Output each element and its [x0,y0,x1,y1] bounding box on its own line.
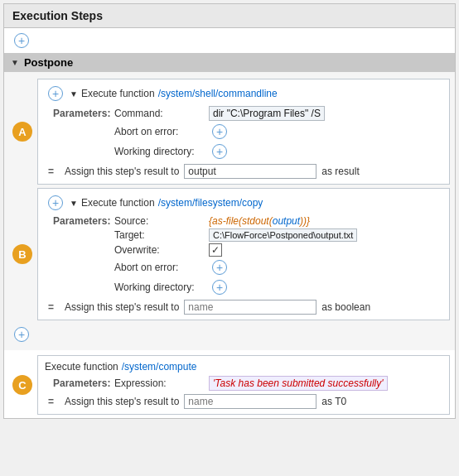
step-c-badge: C [12,375,32,395]
step-c: Execute function /system/compute Paramet… [37,355,450,415]
step-b-result-prefix: Assign this step's result to [65,301,179,313]
step-b-badge: B [12,244,32,264]
step-b-func-path[interactable]: /system/filesystem/copy [158,197,263,209]
step-b-workdir-key: Working directory: [114,281,205,293]
panel-title: Execution Steps [12,9,103,22]
step-a-equals: = [48,166,60,177]
step-b-params: Parameters: Source: {as-file(stdout(outp… [53,215,442,296]
section-header: Postpone [4,53,455,72]
section-body: A + Execute function /system/shell/comma… [4,72,455,350]
section-label: Postpone [24,56,73,69]
step-b-source-value[interactable]: {as-file(stdout(output))} [209,215,310,227]
step-a-params-label: Parameters: [53,108,111,119]
step-b-source-row: Parameters: Source: {as-file(stdout(outp… [53,215,442,227]
step-a-params-label-row: Parameters: Command: dir "C:\Program Fil… [53,106,442,121]
step-b-abort-key: Abort on error: [114,262,205,273]
step-c-result-prefix: Assign this step's result to [65,396,179,407]
step-a-abort-row: Abort on error: + [53,123,442,141]
step-a-result-suffix: as result [321,166,359,177]
step-a-workdir-row: Working directory: + [53,142,442,161]
step-a-result-input[interactable] [184,164,316,179]
step-a-command-value[interactable]: dir "C:\Program Files" /S [209,106,325,121]
step-b-target-row: Target: C:\FlowForce\Postponed\output.tx… [53,228,442,242]
step-b-abort-add[interactable]: + [212,260,227,275]
step-c-result-suffix: as T0 [321,396,346,407]
section-add-button[interactable]: + [14,327,29,342]
step-c-result-row: = Assign this step's result to as T0 [45,394,442,409]
step-b-result-row: = Assign this step's result to as boolea… [45,300,442,315]
collapse-arrow[interactable] [11,58,19,67]
step-a-func-path[interactable]: /system/shell/commandline [158,88,278,99]
panel-header: Execution Steps [4,4,455,28]
step-b-header: + Execute function /system/filesystem/co… [45,194,442,212]
step-a-collapse[interactable] [70,89,78,99]
step-a-command-key: Command: [114,108,205,119]
step-c-expr-row: Parameters: Expression: 'Task has been s… [53,376,442,391]
step-b-equals: = [48,301,60,313]
step-a-add-btn[interactable]: + [48,86,63,101]
step-a-header: + Execute function /system/shell/command… [45,84,442,103]
step-b-add-btn[interactable]: + [48,195,63,210]
step-c-result-input[interactable] [184,394,316,409]
step-a-wrapper: A + Execute function /system/shell/comma… [37,79,450,185]
step-b-result-suffix: as boolean [321,301,370,313]
step-b-output-ref: output [273,215,300,227]
step-c-func-prefix: Execute function [45,361,118,373]
step-c-equals: = [48,396,60,407]
step-c-expr-key: Expression: [114,377,205,389]
step-b: + Execute function /system/filesystem/co… [37,188,450,320]
step-b-wrapper: B + Execute function /system/filesystem/… [37,188,450,320]
step-c-func-path[interactable]: /system/compute [122,361,197,373]
top-add-button[interactable]: + [14,33,29,48]
step-a-workdir-key: Working directory: [114,146,205,157]
step-a-badge: A [12,122,32,142]
step-b-result-input[interactable] [184,300,316,315]
step-b-overwrite-checkbox[interactable]: ✓ [209,243,222,257]
step-a-workdir-add[interactable]: + [212,144,227,159]
step-b-workdir-row: Working directory: + [53,278,442,296]
step-b-target-key: Target: [114,229,205,241]
postpone-section: Postpone A + Execute function /system/sh… [4,53,455,350]
execution-steps-panel: Execution Steps + Postpone A + Execute f… [3,3,456,419]
step-c-expr-value[interactable]: 'Task has been submitted successfully' [209,376,388,391]
step-a-abort-key: Abort on error: [114,126,205,137]
step-a-func-prefix: Execute function [81,88,155,99]
step-b-overwrite-key: Overwrite: [114,244,205,256]
step-b-workdir-add[interactable]: + [212,280,227,295]
step-b-overwrite-row: Overwrite: ✓ [53,243,442,257]
top-add-row: + [4,28,455,53]
step-a-result-prefix: Assign this step's result to [65,166,179,177]
step-c-params: Parameters: Expression: 'Task has been s… [53,376,442,391]
step-b-source-key: Source: [114,215,205,227]
step-a: + Execute function /system/shell/command… [37,79,450,185]
step-b-params-label: Parameters: [53,215,111,227]
step-a-result-row: = Assign this step's result to as result [45,164,442,179]
section-add-row: + [4,324,455,347]
step-b-target-value[interactable]: C:\FlowForce\Postponed\output.txt [209,228,357,242]
step-b-collapse[interactable] [70,199,78,208]
step-c-header: Execute function /system/compute [45,361,442,373]
step-a-abort-add[interactable]: + [212,124,227,139]
step-b-func-prefix: Execute function [81,197,155,209]
step-c-params-label: Parameters: [53,377,111,389]
step-c-wrapper: C Execute function /system/compute Param… [37,355,450,415]
step-a-params: Parameters: Command: dir "C:\Program Fil… [53,106,442,161]
step-b-abort-row: Abort on error: + [53,258,442,276]
